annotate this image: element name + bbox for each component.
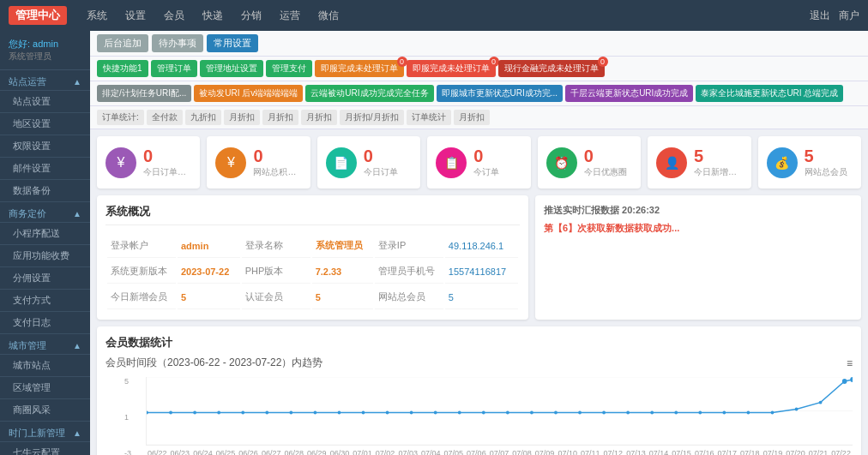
card-label-5: 今日新增会员 (694, 166, 742, 178)
q2-btn-6[interactable]: 泰家全比城施更新状态URI 总端完成 (696, 85, 843, 102)
card-label-6: 网站总会员 (805, 166, 853, 178)
nav-system[interactable]: 系统 (80, 7, 114, 25)
badge-7: 0 (598, 57, 608, 67)
chart-container: 新增次数 5 1 -3 (105, 374, 853, 455)
header-right: 退出 商户 (810, 9, 859, 23)
q2-btn-1[interactable]: 排定/计划任务URI配... (97, 85, 191, 102)
card-label-3: 今订单 (473, 166, 521, 178)
toolbar-btn-todo[interactable]: 待办事项 (152, 34, 203, 52)
sidebar-username: 您好: admin (9, 38, 81, 51)
sidebar-item-email[interactable]: 邮件设置 (0, 158, 90, 180)
qa-btn-7[interactable]: 现行金融完成未处理订单0 (498, 60, 605, 77)
sidebar-section-city[interactable]: 城市管理 ▲ (0, 334, 90, 355)
qa-btn-4[interactable]: 管理支付 (266, 60, 312, 77)
q2-btn-3[interactable]: 云端被动URI成功完成完全任务 (305, 85, 433, 102)
chart-title: 会员时间段（2023-06-22 - 2023-07-22）内趋势 ≡ (105, 356, 853, 370)
qa-btn-5[interactable]: 即服完成未处理订单0 (315, 60, 404, 77)
logout-link[interactable]: 退出 (810, 9, 830, 23)
card-total-members: 💰 5 网站总会员 (758, 136, 861, 189)
chevron-up-icon-4: ▲ (73, 428, 81, 438)
chart-svg (147, 377, 853, 445)
header-nav: 系统 设置 会员 快递 分销 运营 微信 (80, 7, 810, 25)
card-number-5: 5 (694, 147, 742, 166)
qa-btn-1[interactable]: 快捷功能1 (97, 60, 148, 77)
sidebar-section-pricing[interactable]: 商务定价 ▲ (0, 202, 90, 223)
cell-value-new: 5 (178, 285, 240, 309)
svg-point-3 (147, 411, 148, 415)
sidebar: 您好: admin 系统管理员 站点运营 ▲ 站点设置 地区设置 权限设置 邮件… (0, 31, 90, 455)
sidebar-section-operations[interactable]: 站点运营 ▲ (0, 70, 90, 91)
chart-title-text: 会员时间段（2023-06-22 - 2023-07-22）内趋势 (105, 356, 322, 370)
sidebar-item-city-site[interactable]: 城市站点 (0, 355, 90, 377)
quick-actions-row2: 排定/计划任务URI配... 被动发URI 后v端端端端端 云端被动URI成功完… (90, 81, 868, 106)
cell-label-total: 网站总会员 (375, 285, 443, 309)
nav-settings[interactable]: 设置 (118, 7, 153, 25)
toolbar-btn-settings[interactable]: 常用设置 (207, 34, 258, 52)
svg-point-22 (602, 411, 606, 415)
card-number-6: 5 (805, 147, 853, 166)
y-axis-label: 新增次数 (105, 374, 117, 455)
svg-point-17 (482, 411, 485, 415)
svg-point-9 (289, 411, 292, 415)
sidebar-item-miniapp[interactable]: 小程序配送 (0, 223, 90, 245)
svg-point-11 (338, 411, 341, 415)
x-labels: 06/2206/2306/24 06/2506/2606/27 06/2806/… (146, 449, 853, 455)
svg-point-30 (795, 408, 799, 411)
sidebar-item-qiniu[interactable]: 七牛云配置 (0, 442, 90, 455)
svg-point-19 (530, 411, 533, 415)
header: 管理中心 系统 设置 会员 快递 分销 运营 微信 退出 商户 (0, 0, 868, 31)
card-icon-clock: ⏰ (546, 147, 577, 178)
nav-distribution[interactable]: 分销 (234, 7, 268, 25)
q2-btn-2[interactable]: 被动发URI 后v端端端端端 (194, 85, 303, 102)
sidebar-item-backup[interactable]: 数据备份 (0, 180, 90, 202)
cell-value-total: 5 (445, 285, 518, 309)
svg-point-8 (265, 411, 268, 415)
toolbar-btn-dashboard[interactable]: 后台追加 (97, 34, 148, 52)
sidebar-item-payment-log[interactable]: 支付日志 (0, 312, 90, 334)
svg-point-21 (578, 411, 582, 415)
chevron-up-icon-3: ▲ (73, 341, 81, 350)
table-row: 登录帐户 admin 登录名称 系统管理员 登录IP 49.118.246.1 (107, 234, 518, 258)
card-icon-person: 👤 (656, 147, 687, 178)
sidebar-item-payment[interactable]: 支付方式 (0, 290, 90, 312)
stat-monthly2: 月折扣 (262, 110, 298, 125)
cell-label-ver: 系统更新版本 (107, 260, 176, 284)
svg-point-29 (771, 411, 775, 415)
chevron-up-icon: ▲ (73, 77, 81, 87)
sidebar-item-app-fee[interactable]: 应用功能收费 (0, 245, 90, 267)
stat-9fold: 九折扣 (185, 110, 221, 125)
badge-5: 0 (397, 57, 407, 67)
svg-point-18 (506, 411, 509, 415)
sidebar-user: 您好: admin 系统管理员 (0, 31, 90, 70)
q2-btn-5[interactable]: 千层云端更新状态URI成功完成 (565, 85, 693, 102)
sidebar-section-upload[interactable]: 时门上新管理 ▲ (0, 422, 90, 442)
content-row: 系统概况 登录帐户 admin 登录名称 系统管理员 登录IP 49.118.2… (90, 195, 868, 326)
svg-point-24 (650, 411, 654, 415)
chart-menu-icon[interactable]: ≡ (847, 357, 853, 369)
sidebar-item-site-settings[interactable]: 站点设置 (0, 91, 90, 113)
svg-point-27 (722, 411, 726, 415)
cell-label: 登录帐户 (107, 234, 176, 258)
cell-label-php: PHP版本 (242, 260, 310, 284)
nav-member[interactable]: 会员 (157, 7, 191, 25)
qa-btn-3[interactable]: 管理地址设置 (200, 60, 263, 77)
card-number-1: 0 (253, 147, 301, 166)
sidebar-item-region-mgmt[interactable]: 区域管理 (0, 377, 90, 399)
sidebar-item-permissions[interactable]: 权限设置 (0, 135, 90, 158)
nav-express[interactable]: 快递 (196, 7, 230, 25)
sidebar-item-business-circle[interactable]: 商圈风采 (0, 399, 90, 422)
stat-order-count: 订单统计: (97, 110, 144, 125)
nav-operation[interactable]: 运营 (273, 7, 307, 25)
sidebar-item-region[interactable]: 地区设置 (0, 113, 90, 135)
qa-btn-6[interactable]: 即服完成未处理订单0 (407, 60, 496, 77)
nav-wechat[interactable]: 微信 (311, 7, 346, 25)
card-order-amount: ¥ 0 今日订单金额 (97, 136, 200, 189)
cell-label-new: 今日新增会员 (107, 285, 176, 309)
qa-btn-2[interactable]: 管理订单 (151, 60, 197, 77)
sidebar-item-commission[interactable]: 分佣设置 (0, 267, 90, 290)
merchant-link[interactable]: 商户 (839, 9, 859, 23)
q2-btn-4[interactable]: 即服城市更新状态URI成功完... (437, 85, 564, 102)
card-coupon: ⏰ 0 今日优惠圈 (538, 136, 641, 189)
push-msg-highlight: 第【6】次获取新数据获取成功... (544, 223, 679, 233)
cell-label-phone: 管理员手机号 (375, 260, 443, 284)
